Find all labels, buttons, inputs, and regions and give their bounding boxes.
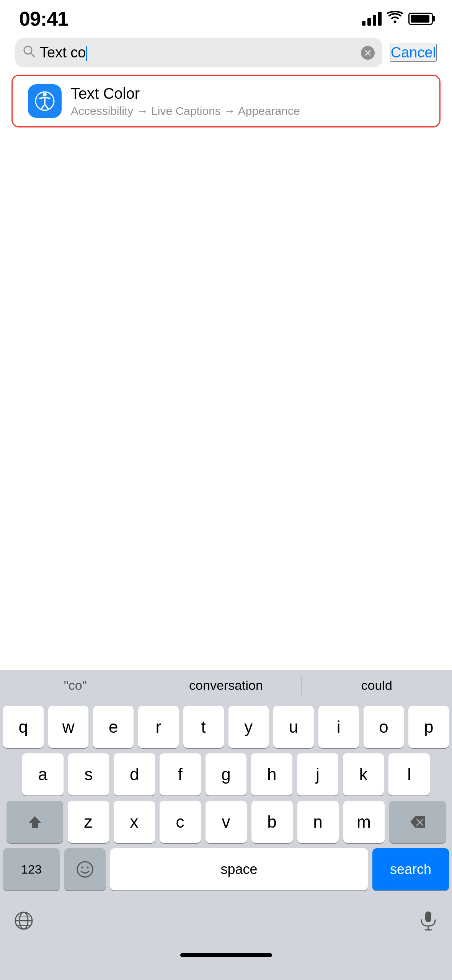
svg-line-7	[41, 104, 45, 109]
key-row-2: a s d f g h j k l	[3, 753, 449, 795]
keyboard-area: "co" conversation could q w e r t y u i …	[0, 670, 452, 980]
key-search[interactable]: search	[372, 848, 449, 890]
key-m[interactable]: m	[343, 801, 385, 843]
key-row-3: z x c v b n m	[3, 801, 449, 843]
key-v[interactable]: v	[206, 801, 247, 843]
key-delete[interactable]	[389, 801, 446, 843]
predictive-row: "co" conversation could	[0, 670, 452, 701]
key-d[interactable]: d	[114, 753, 155, 795]
svg-line-8	[45, 104, 48, 109]
key-l[interactable]: l	[388, 753, 430, 795]
key-b[interactable]: b	[251, 801, 293, 843]
search-bar-container: Text co Cancel	[0, 34, 452, 71]
key-shift[interactable]	[7, 801, 63, 843]
signal-icon	[362, 12, 382, 26]
status-bar: 09:41	[0, 0, 452, 34]
key-emoji[interactable]	[64, 848, 106, 890]
status-time: 09:41	[19, 7, 68, 30]
svg-point-14	[82, 867, 83, 869]
key-o[interactable]: o	[364, 706, 404, 748]
search-input-wrapper[interactable]: Text co	[15, 38, 382, 67]
predictive-item-conversation[interactable]: conversation	[151, 670, 302, 701]
svg-point-13	[77, 862, 93, 877]
accessibility-icon	[28, 84, 62, 118]
battery-icon	[408, 13, 433, 25]
svg-line-2	[31, 53, 34, 57]
text-cursor	[86, 46, 87, 61]
key-row-4: 123 space search	[3, 848, 449, 890]
key-j[interactable]: j	[297, 753, 338, 795]
key-t[interactable]: t	[183, 706, 224, 748]
key-123[interactable]: 123	[3, 848, 60, 890]
key-f[interactable]: f	[160, 753, 201, 795]
key-k[interactable]: k	[343, 753, 384, 795]
key-z[interactable]: z	[68, 801, 109, 843]
key-h[interactable]: h	[251, 753, 292, 795]
search-magnifier-icon	[23, 45, 35, 60]
search-clear-button[interactable]	[361, 46, 375, 60]
status-icons	[362, 11, 433, 27]
wifi-icon	[387, 11, 403, 27]
svg-point-0	[394, 21, 397, 23]
key-globe[interactable]	[3, 900, 44, 942]
key-x[interactable]: x	[114, 801, 155, 843]
key-g[interactable]: g	[206, 753, 247, 795]
result-text: Text Color Accessibility → Live Captions…	[71, 85, 300, 118]
key-r[interactable]: r	[138, 706, 179, 748]
key-c[interactable]: c	[160, 801, 201, 843]
key-n[interactable]: n	[297, 801, 339, 843]
key-mic[interactable]	[408, 900, 449, 942]
predictive-item-co[interactable]: "co"	[0, 670, 151, 701]
search-input[interactable]: Text co	[40, 44, 356, 61]
empty-content-area	[0, 131, 452, 579]
key-space[interactable]: space	[110, 848, 368, 890]
svg-point-15	[87, 867, 89, 869]
key-row-bottom	[3, 896, 449, 942]
result-title: Text Color	[71, 85, 300, 102]
key-u[interactable]: u	[273, 706, 314, 748]
svg-marker-10	[29, 816, 41, 828]
key-row-1: q w e r t y u i o p	[3, 706, 449, 748]
key-s[interactable]: s	[68, 753, 109, 795]
result-path: Accessibility → Live Captions → Appearan…	[71, 105, 300, 118]
svg-point-5	[43, 93, 47, 96]
keyboard-rows: q w e r t y u i o p a s d f g h j k l	[0, 701, 452, 942]
key-y[interactable]: y	[228, 706, 269, 748]
key-q[interactable]: q	[3, 706, 44, 748]
key-a[interactable]: a	[22, 753, 64, 795]
svg-rect-21	[425, 911, 431, 922]
key-w[interactable]: w	[48, 706, 89, 748]
key-p[interactable]: p	[408, 706, 449, 748]
key-i[interactable]: i	[318, 706, 359, 748]
home-indicator-row	[0, 942, 452, 965]
search-result-item[interactable]: Text Color Accessibility → Live Captions…	[11, 75, 441, 127]
cancel-button[interactable]: Cancel	[390, 44, 437, 62]
predictive-item-could[interactable]: could	[301, 670, 452, 701]
home-indicator	[180, 953, 272, 957]
key-e[interactable]: e	[93, 706, 134, 748]
